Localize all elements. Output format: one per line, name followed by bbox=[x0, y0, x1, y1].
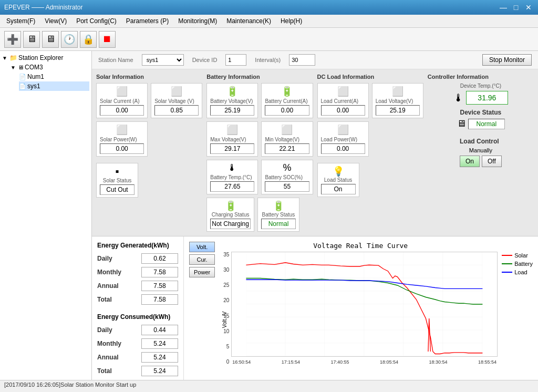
solar-power-value bbox=[100, 143, 144, 154]
controller-content: Device Temp.(°C) 🌡 31.96 Device Status 🖥… bbox=[428, 83, 534, 167]
battery-voltage-item: 🔋 Battery Voltage(V) bbox=[206, 83, 258, 118]
x-label-6: 18:55:54 bbox=[478, 359, 496, 365]
energy-con-annual-value bbox=[141, 352, 178, 363]
energy-generated-title: Energy Generated(kWh) bbox=[97, 242, 178, 249]
info-panels: Solar Information ⬜ Solar Current (A) ⬜ … bbox=[92, 69, 538, 236]
toolbar-btn-3[interactable]: 🖥 bbox=[42, 31, 59, 48]
battery-max-voltage-item: ⬜ Max Voltage(V) bbox=[206, 121, 258, 157]
on-off-buttons: On Off bbox=[460, 156, 502, 167]
load-voltage-item: ⬜ Load Voltage(V) bbox=[372, 83, 423, 118]
device-status-container: Device Status 🖥 Normal bbox=[457, 109, 505, 129]
solar-power-label: Solar Power(W) bbox=[100, 137, 144, 142]
solar-voltage-label: Solar Voltage (V) bbox=[154, 98, 199, 104]
energy-gen-annual-value bbox=[141, 281, 178, 291]
energy-con-monthly-label: Monthly bbox=[97, 340, 121, 347]
charging-status-value: Not Charging bbox=[210, 219, 251, 229]
minimize-button[interactable]: — bbox=[498, 2, 509, 13]
menu-system[interactable]: System(F) bbox=[2, 16, 39, 26]
energy-gen-monthly-label: Monthly bbox=[97, 269, 121, 276]
solar-voltage-item: ⬜ Solar Voltage (V) bbox=[151, 83, 202, 118]
sidebar-item-sys1[interactable]: 📄 sys1 bbox=[19, 81, 89, 91]
x-label-2: 17:15:54 bbox=[282, 359, 300, 365]
battery-temp-label: Battery Temp.(°C) bbox=[210, 174, 254, 180]
device-status-row: 🖥 Normal bbox=[457, 118, 505, 129]
energy-con-daily-value bbox=[141, 325, 178, 335]
chart-content: Voltage Real Time Curve 35 30 25 20 bbox=[223, 242, 533, 365]
solar-info-grid: ⬜ Solar Current (A) ⬜ Solar Voltage (V) … bbox=[96, 83, 202, 198]
charging-status-label: Charging Status bbox=[212, 212, 250, 218]
energy-con-monthly-value bbox=[141, 338, 178, 349]
dc-load-title: DC Load Information bbox=[317, 74, 423, 80]
chart-tab-power[interactable]: Power bbox=[189, 267, 215, 277]
load-power-label: Load Power(W) bbox=[321, 137, 365, 142]
close-button[interactable]: ✕ bbox=[523, 2, 534, 13]
x-label-5: 18:30:54 bbox=[429, 359, 448, 365]
solar-current-icon: ⬜ bbox=[100, 86, 144, 97]
solar-status-row: ▪️ Solar Status Cut Out bbox=[96, 160, 202, 198]
battery-temp-value bbox=[210, 181, 254, 192]
load-on-button[interactable]: On bbox=[460, 156, 480, 167]
sidebar-station-explorer[interactable]: ▼ 📁 Station Explorer bbox=[2, 53, 89, 63]
maximize-button[interactable]: □ bbox=[511, 2, 521, 13]
interval-input[interactable] bbox=[289, 54, 315, 66]
window-controls: — □ ✕ bbox=[498, 2, 534, 13]
toolbar-btn-5[interactable]: 🔒 bbox=[80, 31, 97, 48]
battery-voltage-value bbox=[210, 105, 254, 116]
menu-port-config[interactable]: Port Config(C) bbox=[72, 16, 121, 26]
energy-panel: Energy Generated(kWh) Daily Monthly Annu… bbox=[92, 236, 184, 380]
solar-status-item: ▪️ Solar Status Cut Out bbox=[96, 163, 138, 198]
toolbar-btn-4[interactable]: 🕐 bbox=[61, 31, 78, 48]
battery-status-item: 🔋 Battery Status Normal bbox=[257, 198, 299, 232]
dc-load-grid: ⬜ Load Current(A) ⬜ Load Voltage(V) ⬜ Lo… bbox=[317, 83, 423, 197]
energy-gen-daily-value bbox=[141, 253, 178, 264]
bottom-area: Energy Generated(kWh) Daily Monthly Annu… bbox=[92, 236, 538, 380]
load-current-icon: ⬜ bbox=[321, 86, 365, 97]
energy-con-daily: Daily bbox=[97, 325, 178, 335]
energy-gen-daily-label: Daily bbox=[97, 255, 112, 262]
solar-voltage-value bbox=[154, 105, 199, 116]
device-temp-container: Device Temp.(°C) 🌡 31.96 bbox=[453, 83, 508, 105]
charging-icon: 🔋 bbox=[225, 200, 236, 212]
collapse-icon-com3: ▼ bbox=[11, 65, 17, 70]
chart-inner: Voltage Real Time Curve 35 30 25 20 bbox=[223, 242, 533, 365]
toolbar-btn-6[interactable]: ⏹ bbox=[99, 31, 116, 48]
load-status-row: 💡 Load Status On bbox=[317, 163, 423, 197]
legend-load-line bbox=[502, 272, 512, 273]
device-status-label: Device Status bbox=[457, 109, 505, 116]
battery-info-grid: 🔋 Battery Voltage(V) 🔋 Battery Current(A… bbox=[206, 83, 313, 194]
device-id-input[interactable] bbox=[225, 54, 246, 66]
sidebar-item-com3[interactable]: ▼ 🖥 COM3 bbox=[11, 63, 89, 72]
battery-status-row: 🔋 Charging Status Not Charging 🔋 Battery… bbox=[206, 198, 313, 232]
stop-monitor-button[interactable]: Stop Monitor bbox=[482, 54, 532, 66]
content-area: Station Name sys1 Device ID Interval(s) … bbox=[92, 51, 538, 380]
toolbar-btn-1[interactable]: ➕ bbox=[4, 31, 21, 48]
menu-parameters[interactable]: Parameters (P) bbox=[122, 16, 173, 26]
menu-help[interactable]: Help(H) bbox=[276, 16, 306, 26]
chart-tab-volt[interactable]: Volt. bbox=[189, 242, 215, 252]
toolbar: ➕ 🖥 🖥 🕐 🔒 ⏹ bbox=[0, 28, 538, 51]
solar-info-title: Solar Information bbox=[96, 74, 202, 80]
status-message: [2017/09/10 16:26:05]Solar Station Monit… bbox=[4, 381, 136, 388]
toolbar-btn-2[interactable]: 🖥 bbox=[23, 31, 40, 48]
load-off-button[interactable]: Off bbox=[482, 156, 502, 167]
manually-label: Manually bbox=[460, 147, 502, 153]
load-status-icon: 💡 bbox=[333, 166, 344, 177]
device-status-value: Normal bbox=[468, 119, 505, 129]
station-name-select[interactable]: sys1 bbox=[142, 54, 184, 66]
solar-current-label: Solar Current (A) bbox=[100, 98, 144, 104]
chart-tab-cur[interactable]: Cur. bbox=[189, 254, 215, 265]
menu-view[interactable]: View(V) bbox=[40, 16, 71, 26]
menu-maintenance[interactable]: Maintenance(K) bbox=[222, 16, 275, 26]
battery-current-item: 🔋 Battery Current(A) bbox=[261, 83, 313, 118]
interval-label: Interval(s) bbox=[255, 57, 281, 63]
window-title: EPEVER —— Administrator bbox=[4, 4, 82, 11]
sidebar-item-num1[interactable]: 📄 Num1 bbox=[19, 72, 89, 81]
solar-status-items: ▪️ Solar Status Cut Out bbox=[96, 163, 202, 198]
load-power-value bbox=[321, 143, 365, 154]
battery-current-label: Battery Current(A) bbox=[265, 98, 309, 104]
status-bar: [2017/09/10 16:26:05]Solar Station Monit… bbox=[0, 380, 538, 391]
solar-power-icon: ⬜ bbox=[100, 124, 144, 136]
menu-monitoring[interactable]: Monitoring(M) bbox=[174, 16, 221, 26]
chart-tabs: Volt. Cur. Power bbox=[189, 242, 215, 277]
chart-svg bbox=[231, 252, 498, 357]
